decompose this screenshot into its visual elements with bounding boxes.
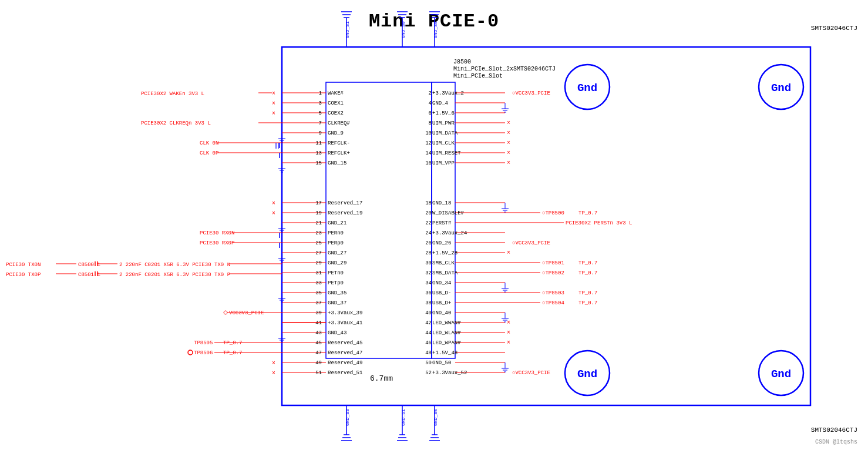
svg-text:Reserved_19: Reserved_19 — [328, 210, 362, 216]
svg-text:7: 7 — [319, 120, 322, 126]
svg-text:GND_37: GND_37 — [328, 300, 346, 306]
svg-text:1: 1 — [319, 90, 322, 96]
svg-text:52: 52 — [425, 370, 432, 376]
svg-text:45: 45 — [315, 340, 322, 346]
svg-text:+1.5V_6: +1.5V_6 — [432, 110, 455, 116]
svg-text:PCIE30X2 PERSTn 3V3 L: PCIE30X2 PERSTn 3V3 L — [566, 220, 632, 226]
svg-text:PCIE30 TX0P: PCIE30 TX0P — [6, 272, 41, 278]
svg-point-4 — [565, 65, 610, 109]
svg-text:+3.3Vaux_52: +3.3Vaux_52 — [432, 370, 467, 376]
svg-text:TP_0.7: TP_0.7 — [578, 270, 597, 276]
svg-text:39: 39 — [315, 310, 322, 316]
svg-text:Mini_PCIe_Slot_2xSMTS02046CTJ: Mini_PCIe_Slot_2xSMTS02046CTJ — [453, 66, 556, 72]
smts-label-top: SMTS02046CTJ — [811, 25, 857, 32]
svg-text:35: 35 — [315, 290, 322, 296]
svg-text:+1.5V_28: +1.5V_28 — [432, 250, 457, 256]
svg-point-10 — [759, 351, 803, 395]
svg-text:×: × — [272, 360, 275, 367]
svg-text:GND_18: GND_18 — [432, 200, 451, 206]
svg-text:UIM_PWR: UIM_PWR — [432, 120, 455, 126]
svg-text:44: 44 — [425, 330, 432, 336]
svg-text:PCIE30X2 WAKEn 3V3 L: PCIE30X2 WAKEn 3V3 L — [141, 91, 204, 97]
svg-text:CLK 0P: CLK 0P — [200, 150, 218, 156]
svg-text:2: 2 — [429, 90, 432, 96]
svg-text:LED_WLAN#: LED_WLAN# — [432, 330, 461, 336]
svg-point-6 — [759, 65, 803, 109]
svg-text:×: × — [272, 370, 275, 377]
smts-label-bottom: SMTS02046CTJ — [811, 427, 857, 434]
svg-text:22: 22 — [425, 220, 432, 226]
svg-text:13: 13 — [315, 150, 322, 156]
svg-text:TP8506: TP8506 — [194, 350, 213, 356]
svg-text:Reserved_51: Reserved_51 — [328, 370, 362, 376]
svg-point-8 — [565, 351, 610, 395]
svg-text:PCIE30 RX0P: PCIE30 RX0P — [200, 240, 234, 246]
svg-text:○VCC3V3_PCIE: ○VCC3V3_PCIE — [512, 90, 550, 96]
svg-text:33: 33 — [315, 280, 322, 286]
svg-text:×: × — [507, 120, 510, 126]
svg-text:PERn0: PERn0 — [328, 230, 344, 236]
svg-text:J8500: J8500 — [453, 59, 471, 65]
svg-point-167 — [188, 350, 193, 355]
svg-text:29: 29 — [315, 260, 322, 266]
svg-text:VCC3V3_PCIE: VCC3V3_PCIE — [229, 310, 264, 316]
svg-text:×: × — [507, 130, 510, 136]
svg-text:WAKE#: WAKE# — [328, 90, 344, 96]
svg-text:GND_S1: GND_S1 — [401, 409, 406, 426]
svg-text:PCIE30 TX0N: PCIE30 TX0N — [6, 262, 41, 268]
svg-text:Gnd: Gnd — [771, 82, 791, 95]
svg-text:46: 46 — [425, 340, 432, 346]
svg-text:REFCLK-: REFCLK- — [328, 140, 350, 146]
svg-text:SMB_DATA: SMB_DATA — [432, 270, 458, 276]
schematic-svg: J8500 Mini_PCIe_Slot_2xSMTS02046CTJ Mini… — [0, 0, 868, 450]
svg-text:5: 5 — [319, 110, 322, 116]
svg-text:×: × — [507, 250, 510, 256]
svg-text:×: × — [507, 330, 510, 336]
svg-text:○TP8502: ○TP8502 — [542, 270, 564, 276]
svg-text:GND_26: GND_26 — [432, 240, 451, 246]
svg-text:GND_S5: GND_S5 — [433, 409, 438, 426]
svg-text:○TP8500: ○TP8500 — [542, 210, 564, 216]
svg-text:USB_D+: USB_D+ — [432, 300, 451, 306]
svg-text:GND_34: GND_34 — [432, 280, 451, 286]
schematic-container: Mini PCIE-0 SMTS02046CTJ SMTS02046CTJ CS… — [0, 0, 868, 450]
svg-text:×: × — [507, 140, 510, 146]
svg-text:GND_27: GND_27 — [328, 250, 346, 256]
csdn-watermark: CSDN @ltqshs — [815, 439, 857, 445]
svg-text:15: 15 — [315, 160, 322, 166]
svg-text:41: 41 — [315, 320, 322, 326]
svg-text:TP_0.7: TP_0.7 — [578, 300, 597, 306]
svg-text:3: 3 — [319, 100, 322, 106]
svg-text:PCIE30 RX0N: PCIE30 RX0N — [200, 230, 234, 236]
svg-text:49: 49 — [315, 360, 322, 366]
svg-text:×: × — [507, 150, 510, 156]
svg-text:47: 47 — [315, 350, 322, 356]
svg-text:14: 14 — [425, 150, 432, 156]
svg-text:TP_0.7: TP_0.7 — [578, 260, 597, 266]
svg-text:GND_35: GND_35 — [328, 290, 346, 296]
svg-text:+3.3Vaux_2: +3.3Vaux_2 — [432, 90, 464, 96]
svg-text:CLKREQ#: CLKREQ# — [328, 120, 350, 126]
svg-text:9: 9 — [319, 130, 322, 136]
svg-text:51: 51 — [315, 370, 322, 376]
svg-text:4: 4 — [429, 100, 432, 106]
svg-text:○VCC3V3_PCIE: ○VCC3V3_PCIE — [512, 370, 550, 376]
svg-text:○TP8504: ○TP8504 — [542, 300, 564, 306]
svg-text:6: 6 — [429, 110, 432, 116]
svg-text:Mini_PCIe_Slot: Mini_PCIe_Slot — [453, 73, 503, 79]
svg-rect-0 — [282, 47, 810, 405]
svg-text:C8500  1: C8500 1 — [78, 262, 100, 268]
svg-point-143 — [224, 311, 227, 314]
svg-text:PERST#: PERST# — [432, 220, 452, 226]
svg-text:GND_21: GND_21 — [328, 220, 346, 226]
svg-text:×: × — [272, 90, 275, 97]
svg-text:GND_15: GND_15 — [328, 160, 346, 166]
svg-text:×: × — [272, 200, 275, 207]
svg-text:COEX1: COEX1 — [328, 100, 344, 106]
svg-text:UIM_DATA: UIM_DATA — [432, 130, 458, 136]
svg-text:PERp0: PERp0 — [328, 240, 344, 246]
svg-text:Gnd: Gnd — [577, 368, 597, 381]
svg-text:+3.3Vaux_24: +3.3Vaux_24 — [432, 230, 467, 236]
svg-text:Gnd: Gnd — [771, 368, 791, 381]
svg-text:GND_4: GND_4 — [432, 100, 448, 106]
